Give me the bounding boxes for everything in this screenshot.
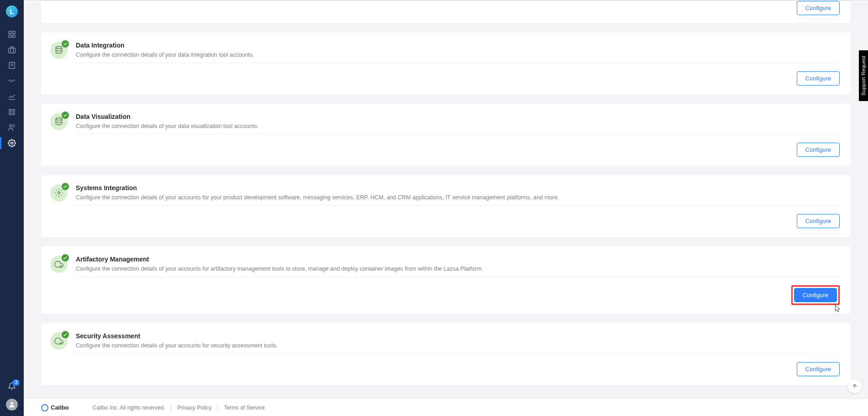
svg-rect-0 <box>9 31 11 33</box>
svg-point-14 <box>11 402 13 405</box>
notification-badge: 3 <box>12 379 20 386</box>
nav-briefcase[interactable] <box>0 42 24 58</box>
settings-card: Systems Integration Configure the connec… <box>41 175 851 237</box>
svg-point-11 <box>13 113 15 115</box>
apps-icon <box>8 108 16 116</box>
user-icon <box>8 401 16 408</box>
settings-card: Data Integration Configure the connectio… <box>41 32 851 95</box>
card-icon-gear <box>50 184 68 202</box>
scroll-to-top-button[interactable] <box>848 379 862 393</box>
svg-point-19 <box>60 342 62 344</box>
highlight-annotation: Configure <box>791 285 840 305</box>
settings-card: Security Assessment Configure the connec… <box>41 323 851 385</box>
card-title: Systems Integration <box>76 184 840 192</box>
arrow-up-icon <box>852 383 858 389</box>
check-badge-icon <box>62 331 69 338</box>
card-description: Configure the connection details of your… <box>76 52 840 63</box>
check-badge-icon <box>62 183 69 190</box>
briefcase-icon <box>8 46 16 54</box>
support-request-tab[interactable]: Support Request <box>859 50 868 101</box>
card-icon-database <box>50 113 68 130</box>
card-title: Artifactory Management <box>76 256 840 263</box>
svg-rect-8 <box>9 109 11 112</box>
check-badge-icon <box>62 40 69 48</box>
app-logo[interactable]: L <box>6 5 18 17</box>
configure-button[interactable]: Configure <box>797 143 840 157</box>
svg-rect-4 <box>9 48 16 53</box>
svg-point-13 <box>11 142 13 144</box>
user-avatar[interactable] <box>6 399 18 411</box>
chart-line-icon <box>8 92 16 101</box>
card-title: Security Assessment <box>76 332 840 340</box>
card-description: Configure the connection details of your… <box>76 123 840 134</box>
footer-privacy-link[interactable]: Privacy Policy <box>178 405 212 411</box>
nav-analytics[interactable] <box>0 73 24 89</box>
main-content: Configure Data Integration Configure the… <box>24 0 868 399</box>
footer-brand: Calibo <box>41 404 69 411</box>
card-title: Data Integration <box>76 42 840 49</box>
wave-icon <box>8 77 16 85</box>
svg-rect-1 <box>13 31 15 33</box>
configure-button[interactable]: Configure <box>797 71 840 85</box>
card-icon-cloud <box>50 256 68 273</box>
nav-document[interactable] <box>0 58 24 73</box>
notifications-button[interactable]: 3 <box>8 382 16 392</box>
card-icon-database <box>50 42 68 59</box>
configure-button[interactable]: Configure <box>797 362 840 376</box>
svg-point-16 <box>56 118 62 120</box>
sidebar: L 3 <box>0 0 24 416</box>
svg-point-15 <box>56 47 62 49</box>
configure-button[interactable]: Configure <box>797 214 840 228</box>
nav-settings[interactable] <box>0 135 24 151</box>
svg-point-18 <box>60 266 62 267</box>
footer-brand-text: Calibo <box>51 404 69 411</box>
card-description: Configure the connection details of your… <box>76 342 840 354</box>
card-icon-cloud <box>50 332 68 350</box>
card-description: Configure the connection details of your… <box>76 266 840 277</box>
nav-users[interactable] <box>0 120 24 135</box>
settings-card: Data Visualization Configure the connect… <box>41 104 851 166</box>
svg-rect-10 <box>9 113 11 115</box>
check-badge-icon <box>62 112 69 119</box>
settings-card-partial: Configure <box>41 0 851 23</box>
footer-terms-link[interactable]: Terms of Service <box>224 405 264 411</box>
svg-point-17 <box>58 192 60 194</box>
nav-apps[interactable] <box>0 104 24 120</box>
configure-button[interactable]: Configure <box>797 1 840 15</box>
nav-chart[interactable] <box>0 89 24 104</box>
svg-point-12 <box>10 124 12 127</box>
card-title: Data Visualization <box>76 113 840 120</box>
check-badge-icon <box>62 254 69 261</box>
document-icon <box>8 61 16 69</box>
footer-copyright: Calibo Inc. All rights reserved. <box>93 405 165 411</box>
users-icon <box>8 123 16 132</box>
card-description: Configure the connection details of your… <box>76 194 840 206</box>
gear-icon <box>8 139 16 147</box>
footer: Calibo Calibo Inc. All rights reserved. … <box>24 399 868 416</box>
grid-icon <box>8 30 16 38</box>
svg-rect-3 <box>13 35 15 37</box>
svg-rect-9 <box>13 109 15 112</box>
footer-logo-icon <box>41 404 48 411</box>
configure-button[interactable]: Configure <box>794 288 837 302</box>
settings-card: Artifactory Management Configure the con… <box>41 246 851 314</box>
svg-rect-2 <box>9 35 11 37</box>
nav-dashboard[interactable] <box>0 27 24 42</box>
